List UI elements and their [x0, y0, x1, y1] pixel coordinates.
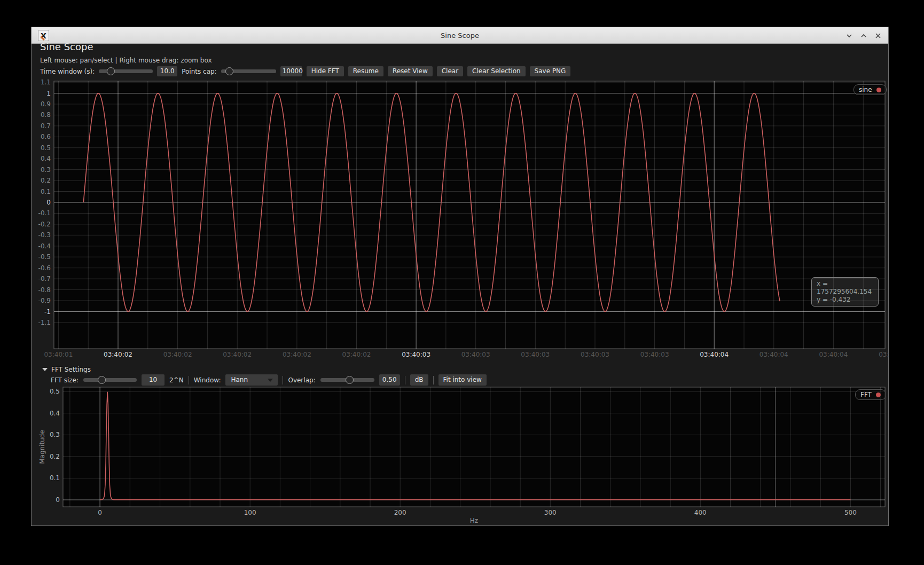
svg-text:03:40:02: 03:40:02: [163, 351, 192, 358]
svg-text:0.2: 0.2: [41, 177, 51, 184]
svg-text:03:40:03: 03:40:03: [461, 351, 490, 358]
svg-text:0.5: 0.5: [50, 388, 60, 395]
scope-plot[interactable]: -1.1-1-0.9-0.8-0.7-0.6-0.5-0.4-0.3-0.2-0…: [37, 75, 889, 364]
window-title: Sine Scope: [32, 32, 888, 40]
svg-text:200: 200: [394, 509, 406, 516]
fft-plot[interactable]: 00.10.20.30.40.50100200300400500HzMagnit…: [37, 380, 889, 527]
svg-text:Magnitude: Magnitude: [38, 430, 46, 464]
collapse-triangle-icon[interactable]: [42, 368, 48, 371]
svg-text:0: 0: [46, 199, 51, 206]
svg-text:-1.1: -1.1: [38, 319, 51, 326]
svg-text:0.5: 0.5: [41, 144, 51, 152]
svg-text:0.3: 0.3: [50, 431, 60, 438]
svg-text:0.6: 0.6: [41, 133, 51, 140]
svg-text:-0.1: -0.1: [38, 209, 51, 217]
svg-text:03:40:02: 03:40:02: [283, 351, 311, 358]
legend-marker-icon: [876, 393, 881, 397]
time-window-label: Time window (s):: [40, 68, 95, 75]
tooltip-y: y = -0.432: [817, 296, 873, 304]
points-cap-handle[interactable]: [225, 67, 233, 75]
titlebar[interactable]: X Sine Scope: [32, 27, 888, 44]
svg-text:0.9: 0.9: [41, 100, 51, 108]
points-cap-label: Points cap:: [182, 68, 216, 75]
close-icon[interactable]: [874, 32, 882, 40]
svg-text:0.7: 0.7: [41, 122, 51, 130]
svg-text:-0.6: -0.6: [38, 264, 51, 272]
svg-text:-0.9: -0.9: [38, 297, 51, 304]
svg-text:1.1: 1.1: [41, 79, 51, 86]
svg-text:0.4: 0.4: [50, 410, 60, 417]
points-cap-slider[interactable]: [221, 67, 276, 75]
svg-text:0.1: 0.1: [41, 188, 51, 195]
app-window: X Sine Scope Sine Scope Left mouse: pan/…: [31, 27, 889, 526]
fft-settings-label: FFT Settings: [51, 366, 91, 373]
svg-text:03:40:04: 03:40:04: [700, 351, 729, 358]
svg-text:0.1: 0.1: [50, 474, 60, 482]
svg-text:-0.8: -0.8: [38, 286, 51, 294]
scope-legend[interactable]: sine: [853, 84, 887, 95]
svg-text:300: 300: [544, 509, 557, 516]
legend-marker-icon: [876, 88, 881, 92]
svg-text:03:40:04: 03:40:04: [819, 351, 848, 358]
svg-text:-0.2: -0.2: [38, 221, 51, 228]
svg-text:Hz: Hz: [470, 517, 478, 524]
maximize-icon[interactable]: [860, 32, 867, 40]
svg-text:03:40:03: 03:40:03: [402, 351, 430, 358]
svg-text:-1: -1: [44, 308, 51, 316]
svg-text:-0.5: -0.5: [38, 253, 51, 261]
fft-settings-header[interactable]: FFT Settings: [42, 366, 91, 373]
svg-text:-0.4: -0.4: [38, 242, 51, 250]
page-title: Sine Scope: [40, 41, 93, 52]
svg-text:03:40:04: 03:40:04: [759, 351, 788, 358]
svg-text:500: 500: [844, 509, 857, 516]
svg-text:03:40:02: 03:40:02: [342, 351, 371, 358]
fft-legend[interactable]: FFT: [855, 389, 886, 400]
legend-label: FFT: [860, 391, 872, 398]
svg-text:03:40:04: 03:40:04: [879, 351, 889, 358]
svg-text:0.2: 0.2: [50, 453, 60, 460]
svg-text:1: 1: [46, 90, 51, 97]
svg-text:100: 100: [244, 509, 256, 516]
svg-text:0: 0: [56, 496, 60, 504]
svg-text:03:40:01: 03:40:01: [44, 351, 73, 358]
svg-text:03:40:03: 03:40:03: [521, 351, 550, 358]
svg-text:03:40:03: 03:40:03: [640, 351, 669, 358]
tooltip-x: x = 1757295604.154: [817, 280, 873, 296]
svg-text:-0.7: -0.7: [38, 275, 51, 282]
svg-text:0.4: 0.4: [41, 155, 51, 162]
cursor-tooltip: x = 1757295604.154 y = -0.432: [811, 277, 879, 307]
svg-text:03:40:02: 03:40:02: [223, 351, 252, 358]
time-window-handle[interactable]: [107, 67, 115, 75]
mouse-hint: Left mouse: pan/select | Right mouse dra…: [40, 57, 212, 64]
svg-text:0.3: 0.3: [41, 166, 51, 174]
svg-text:03:40:02: 03:40:02: [104, 351, 132, 358]
minimize-icon[interactable]: [845, 32, 853, 40]
svg-text:-0.3: -0.3: [38, 231, 51, 239]
svg-text:0: 0: [98, 509, 102, 516]
time-window-slider[interactable]: [99, 67, 153, 75]
svg-text:400: 400: [694, 509, 707, 516]
svg-text:0.8: 0.8: [41, 111, 51, 119]
svg-text:03:40:03: 03:40:03: [581, 351, 609, 358]
legend-label: sine: [859, 86, 872, 93]
screen: X Sine Scope Sine Scope Left mouse: pan/…: [0, 0, 924, 565]
